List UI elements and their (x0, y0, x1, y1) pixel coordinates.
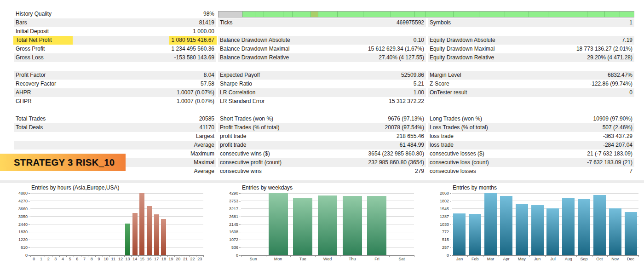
strategy-tester-report: History Quality98%Bars81419Ticks46997559… (0, 0, 644, 276)
spacer-row (14, 106, 638, 115)
x-tick-mark (467, 255, 468, 257)
stat-label: Profit Factor (16, 71, 46, 80)
bar-slot (81, 193, 88, 255)
stat-cell: Recovery Factor57.58 (14, 80, 216, 88)
x-tick-mark (340, 255, 340, 257)
x-tick-mark (290, 255, 291, 257)
x-tick-label: 11 (109, 257, 117, 261)
x-tick-label: Thu (340, 257, 365, 261)
bar-slot (607, 193, 623, 255)
bar-slot (109, 193, 117, 255)
x-tick-mark (203, 255, 204, 257)
stat-label: AHPR (16, 88, 31, 97)
stat-value: Largest (196, 132, 214, 141)
stat-value: 98% (203, 10, 214, 18)
stat-label: OnTester result (430, 88, 467, 97)
stat-value: -7 632 183.09 (21) (587, 158, 632, 167)
y-tick-label: 1072 (229, 237, 238, 242)
data-bar (531, 205, 544, 255)
data-bar (269, 193, 288, 255)
stat-label: consecutive wins ($) (220, 150, 270, 158)
stat-label: Balance Drawdown Absolute (220, 36, 290, 45)
stat-label: LR Correlation (220, 88, 255, 97)
data-bar (593, 195, 606, 255)
bar-slot (38, 193, 45, 255)
stat-cell: Symbols1 (428, 18, 634, 27)
x-tick-mark (561, 255, 561, 257)
x-tick-mark (607, 255, 608, 257)
y-axis: 206018021545128710307725152570 (435, 193, 452, 255)
stat-label: profit trade (220, 141, 246, 150)
bar-slot (174, 193, 182, 255)
x-axis-labels: 01234567891011121314151617181920212223 (30, 257, 203, 261)
y-tick-label: 0 (25, 253, 28, 258)
stat-value: 232 985 860.80 (3654) (368, 158, 424, 167)
stat-value: 15 312 372.22 (389, 97, 424, 106)
stat-label: Gross Profit (16, 45, 45, 53)
bar-slot (146, 193, 153, 255)
x-tick-mark (146, 255, 146, 257)
x-tick-mark (81, 255, 81, 257)
stat-label: Sharpe Ratio (220, 80, 252, 88)
bar-slot (167, 193, 175, 255)
x-tick-label: Jul (545, 257, 561, 261)
stat-value: 52509.86 (401, 71, 424, 80)
x-tick-mark (315, 255, 316, 257)
stat-label: consecutive losses (430, 167, 476, 176)
x-tick-mark (189, 255, 190, 257)
y-tick-label: 1220 (18, 237, 28, 242)
bars-layer (452, 193, 638, 255)
quality-segment (255, 12, 264, 17)
y-tick-mark (29, 255, 30, 256)
y-axis: 48804270366030502440183012206100 (14, 193, 30, 255)
plot-area (452, 193, 638, 255)
x-tick-label: 3 (52, 257, 59, 261)
y-tick-label: 3753 (229, 199, 238, 203)
stat-label: Equity Drawdown Absolute (430, 36, 495, 45)
stat-value: 5.21 (414, 80, 424, 88)
x-tick-mark (592, 255, 592, 257)
stat-label: consecutive loss (count) (430, 158, 489, 167)
x-tick-label: 23 (196, 257, 203, 261)
y-tick-mark (29, 193, 30, 194)
y-tick-label: 1802 (440, 199, 449, 203)
x-tick-label: 16 (146, 257, 153, 261)
stat-label: Ticks (220, 18, 233, 27)
stat-label: Equity Drawdown Maximal (430, 45, 494, 53)
x-axis-labels: JanFebMarAprMayJunJulAugSepOctNovDec (452, 257, 638, 261)
empty-cell (428, 97, 634, 106)
bar-slot (160, 193, 167, 255)
y-tick-mark (450, 255, 451, 256)
stat-value: -363 437.29 (603, 132, 632, 141)
chart-title: Entries by weekdays (242, 184, 418, 191)
x-tick-label: Jan (452, 257, 467, 261)
stat-label: Balance Drawdown Relative (220, 53, 289, 62)
stat-value: 57.58 (201, 80, 214, 88)
x-tick-mark (45, 255, 45, 257)
stats-row: History Quality98% (14, 10, 638, 18)
stats-row: GHPR1.0007 (0.07%)LR Standard Error15 31… (14, 97, 638, 106)
x-tick-label: 17 (153, 257, 160, 261)
quality-segment (453, 12, 479, 17)
chart-body: 206018021545128710307725152570 (435, 193, 642, 255)
bars-layer (30, 193, 203, 255)
x-tick-mark (74, 255, 74, 257)
stat-label: Long Trades (won %) (430, 115, 482, 123)
x-tick-label: Jun (529, 257, 545, 261)
y-tick-mark (29, 224, 30, 225)
x-tick-label: 20 (174, 257, 182, 261)
x-tick-label: Tue (290, 257, 315, 261)
x-tick-label: Aug (561, 257, 576, 261)
y-tick-label: 3050 (18, 214, 28, 219)
stat-cell: consecutive losses7 (428, 167, 634, 176)
bar-slot (138, 193, 146, 255)
empty-cell (428, 27, 634, 36)
x-tick-label: 1 (38, 257, 45, 261)
stat-value: 1 000.00 (193, 27, 214, 36)
stat-value: 1 080 915 416.67 (169, 36, 217, 45)
stat-value: 27.40% (4 127.55) (379, 53, 424, 62)
stat-label: Loss Trades (% of total) (430, 123, 488, 132)
stat-label: Bars (16, 18, 27, 27)
stat-value: Maximal (194, 158, 214, 167)
quality-segment (604, 12, 620, 17)
